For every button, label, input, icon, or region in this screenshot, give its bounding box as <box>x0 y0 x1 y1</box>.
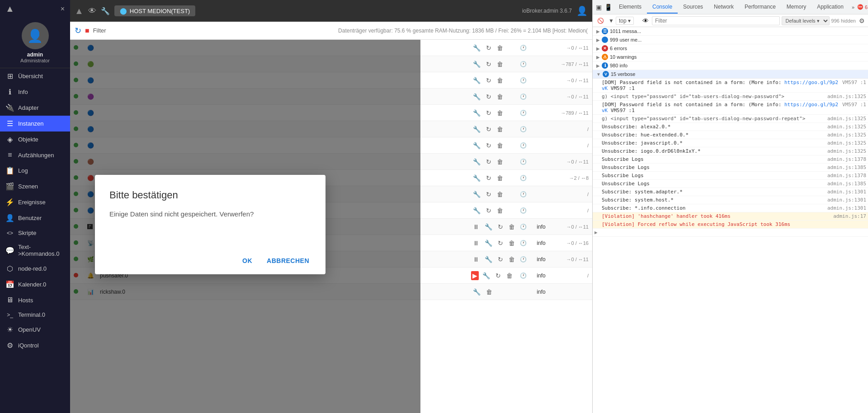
sidebar-item-adapter[interactable]: 🔌 Adapter <box>0 100 70 116</box>
console-source[interactable]: admin.js:1378 <box>827 173 866 178</box>
console-source[interactable]: admin.js:1325 <box>827 148 866 154</box>
delete-button[interactable]: 🗑 <box>484 287 494 296</box>
delete-button[interactable]: 🗑 <box>495 174 505 183</box>
settings-icon[interactable]: 🔧 <box>101 7 110 15</box>
pause-button[interactable]: ⏸ <box>471 255 481 264</box>
sidebar-item-ubersicht[interactable]: ⊞ Übersicht <box>0 68 70 84</box>
eye-icon[interactable]: 👁 <box>641 16 650 26</box>
restart-button[interactable]: ↻ <box>496 222 505 231</box>
tab-memory[interactable]: Memory <box>781 1 811 14</box>
sidebar-item-aufzahlungen[interactable]: ≡ Aufzählungen <box>0 147 70 163</box>
msg-group-verbose[interactable]: ▼ V 15 verbose <box>593 70 868 78</box>
config-button[interactable]: 🔧 <box>471 108 482 117</box>
tab-console[interactable]: Console <box>647 1 678 14</box>
config-button[interactable]: 🔧 <box>471 206 482 215</box>
devtools-device-icon[interactable]: 📱 <box>603 2 613 12</box>
console-source[interactable]: admin.js:1385 <box>827 181 866 187</box>
restart-button[interactable]: ↻ <box>496 239 505 248</box>
delete-button[interactable]: 🗑 <box>495 141 505 150</box>
delete-button[interactable]: 🗑 <box>495 92 505 101</box>
console-source[interactable]: admin.js:1325 <box>827 132 866 138</box>
refresh-icon[interactable]: ↻ <box>75 26 81 36</box>
restart-button[interactable]: ↻ <box>484 43 493 52</box>
sidebar-item-hosts[interactable]: 🖥 Hosts <box>0 292 70 308</box>
modal-overlay[interactable]: Bitte bestätigen Einige Daten sind nicht… <box>70 40 420 413</box>
sidebar-item-szenen[interactable]: 🎬 Szenen <box>0 178 70 194</box>
pause-button[interactable]: ⏸ <box>471 239 481 248</box>
restart-button[interactable]: ↻ <box>484 157 493 166</box>
restart-button[interactable]: ↻ <box>484 76 493 85</box>
sidebar-item-kalender[interactable]: 📅 Kalender.0 <box>0 277 70 292</box>
console-source[interactable]: VM597 :1 <box>842 102 866 108</box>
tab-network[interactable]: Network <box>708 1 739 14</box>
devtools-dock-icon[interactable]: ▣ <box>594 2 603 12</box>
console-source[interactable]: admin.js:1325 <box>827 140 866 146</box>
restart-button[interactable]: ↻ <box>484 60 493 69</box>
console-source[interactable]: admin.js:1385 <box>827 164 866 170</box>
cancel-button[interactable]: ABBRECHEN <box>261 254 315 267</box>
sidebar-item-iqontrol[interactable]: ⚙ iQontrol <box>0 338 70 353</box>
console-filter-input[interactable] <box>652 16 780 25</box>
tab-elements[interactable]: Elements <box>613 1 647 14</box>
delete-button[interactable]: 🗑 <box>505 271 514 280</box>
config-button[interactable]: 🔧 <box>471 43 482 52</box>
delete-button[interactable]: 🗑 <box>507 222 517 231</box>
host-selector[interactable]: ⬤ HOST MEDION(TEST) <box>114 5 195 16</box>
config-button[interactable]: 🔧 <box>471 125 482 134</box>
console-expand-icon[interactable]: ▶ <box>594 230 598 235</box>
restart-button[interactable]: ↻ <box>484 92 493 101</box>
restart-button[interactable]: ↻ <box>494 271 503 280</box>
console-source[interactable]: admin.js:1301 <box>827 189 866 195</box>
stop-icon[interactable]: ■ <box>85 27 90 35</box>
ok-button[interactable]: OK <box>237 254 258 267</box>
delete-button[interactable]: 🗑 <box>495 190 505 199</box>
devtools-gear-icon[interactable]: ⚙ <box>858 16 866 26</box>
restart-button[interactable]: ↻ <box>484 141 493 150</box>
msg-group-info[interactable]: ▶ ℹ 980 info <box>593 61 868 70</box>
msg-group-warnings[interactable]: ▶ ⚠ 10 warnings <box>593 53 868 61</box>
config-button[interactable]: 🔧 <box>471 174 482 183</box>
config-button[interactable]: 🔧 <box>471 287 482 296</box>
delete-button[interactable]: 🗑 <box>495 157 505 166</box>
console-source[interactable]: VM597 :1 <box>842 80 866 85</box>
restart-button[interactable]: ↻ <box>496 255 505 264</box>
close-icon[interactable]: × <box>61 5 65 13</box>
console-source[interactable]: admin.js:1301 <box>827 197 866 203</box>
sidebar-item-log[interactable]: 📋 Log <box>0 163 70 178</box>
restart-button[interactable]: ↻ <box>484 125 493 134</box>
sidebar-item-text-kommandos[interactable]: 💬 Text->Kommandos.0 <box>0 240 70 261</box>
console-link[interactable]: https://goo.gl/9p2vK <box>602 102 838 113</box>
delete-button[interactable]: 🗑 <box>507 239 517 248</box>
tab-application[interactable]: Application <box>811 1 849 14</box>
delete-button[interactable]: 🗑 <box>495 60 505 69</box>
config-button[interactable]: 🔧 <box>471 190 482 199</box>
delete-button[interactable]: 🗑 <box>495 206 505 215</box>
restart-button[interactable]: ↻ <box>484 190 493 199</box>
msg-group-999[interactable]: ▶ 👤 999 user me... <box>593 36 868 44</box>
console-source[interactable]: admin.js:1325 <box>827 124 866 130</box>
restart-button[interactable]: ↻ <box>484 108 493 117</box>
msg-group-1011[interactable]: ▶ ☰ 1011 messa... <box>593 27 868 36</box>
config-button[interactable]: 🔧 <box>481 271 492 280</box>
restart-button[interactable]: ↻ <box>484 174 493 183</box>
console-line-expand[interactable]: ▶ <box>593 229 868 237</box>
user-account-icon[interactable]: 👤 <box>576 5 588 16</box>
sidebar-item-skripte[interactable]: <> Skripte <box>0 226 70 240</box>
log-level-select[interactable]: Default levels ▾ <box>782 16 830 25</box>
sidebar-item-node-red[interactable]: ⬡ node-red.0 <box>0 261 70 277</box>
config-button[interactable]: 🔧 <box>471 76 482 85</box>
config-button[interactable]: 🔧 <box>471 60 482 69</box>
tab-sources[interactable]: Sources <box>678 1 708 14</box>
console-source[interactable]: admin.js:1325 <box>827 94 866 99</box>
restart-button[interactable]: ↻ <box>484 206 493 215</box>
config-button[interactable]: 🔧 <box>471 157 482 166</box>
config-button[interactable]: 🔧 <box>483 222 494 231</box>
pause-button[interactable]: ⏸ <box>471 222 481 231</box>
play-button[interactable]: ▶ <box>471 271 479 280</box>
sidebar-item-objekte[interactable]: ◈ Objekte <box>0 131 70 147</box>
sidebar-item-info[interactable]: ℹ Info <box>0 84 70 100</box>
delete-button[interactable]: 🗑 <box>495 108 505 117</box>
delete-button[interactable]: 🗑 <box>507 255 517 264</box>
console-source[interactable]: admin.js:17 <box>833 213 866 219</box>
delete-button[interactable]: 🗑 <box>495 125 505 134</box>
